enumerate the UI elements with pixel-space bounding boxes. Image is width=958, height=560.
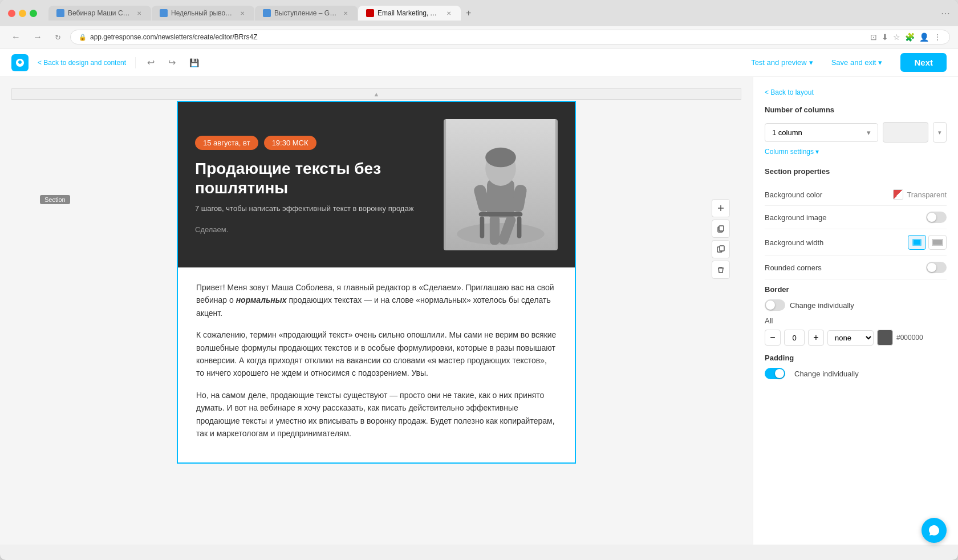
tab-close-2[interactable]: ✕ bbox=[238, 9, 246, 17]
toolbar-separator bbox=[135, 57, 136, 68]
address-bar-row: ← → ↻ 🔒 app.getresponse.com/newsletters/… bbox=[0, 26, 958, 48]
tab-favicon-4 bbox=[366, 9, 374, 17]
chat-fab-button[interactable] bbox=[922, 518, 947, 543]
tab-label-2: Недельный рывок – Google Д... bbox=[171, 9, 235, 17]
svg-rect-23 bbox=[933, 240, 942, 245]
columns-select-row: 1 column ▾ ▾ bbox=[765, 122, 947, 143]
getresponse-logo bbox=[11, 54, 29, 71]
next-button[interactable]: Next bbox=[900, 53, 947, 72]
hero-brand: Сделаем. bbox=[195, 225, 432, 234]
padding-individually-row: Change individually bbox=[765, 368, 947, 379]
back-to-layout-link[interactable]: < Back to layout bbox=[765, 88, 947, 96]
right-panel: < Back to layout Number of columns 1 col… bbox=[753, 77, 958, 545]
back-to-design-link[interactable]: < Back to design and content bbox=[38, 59, 126, 67]
profile-icon: 👤 bbox=[919, 33, 929, 42]
app-toolbar: < Back to design and content ↩ ↪ 💾 Test … bbox=[0, 48, 958, 77]
canvas-toolbar bbox=[712, 199, 730, 279]
address-bar-icons: ⊡ ⬇ ☆ 🧩 👤 ⋮ bbox=[870, 33, 941, 42]
border-value: 0 bbox=[784, 330, 805, 346]
save-draft-button[interactable]: 💾 bbox=[187, 57, 201, 68]
border-controls: − 0 + none solid dashed dotted #000000 bbox=[765, 330, 947, 346]
cast-icon: ⊡ bbox=[870, 33, 877, 42]
traffic-lights bbox=[8, 10, 37, 17]
hero-subtitle: 7 шагов, чтобы написать эффективный текс… bbox=[195, 204, 432, 214]
tab-close-4[interactable]: ✕ bbox=[445, 9, 453, 17]
browser-tab-2[interactable]: Недельный рывок – Google Д... ✕ bbox=[152, 6, 254, 21]
svg-rect-18 bbox=[720, 246, 724, 251]
canvas-area: ▲ Section 15 августа, вт 19:30 МСК Прод bbox=[0, 77, 753, 545]
body-paragraph-2: К сожалению, термин «продающий текст» оч… bbox=[196, 328, 557, 380]
border-individually-toggle[interactable] bbox=[765, 299, 785, 311]
tab-favicon-3 bbox=[263, 9, 271, 17]
test-preview-button[interactable]: Test and preview ▾ bbox=[751, 58, 813, 67]
extensions-icon: 🧩 bbox=[905, 33, 915, 42]
address-text: app.getresponse.com/newsletters/create/e… bbox=[90, 33, 257, 41]
email-canvas: 15 августа, вт 19:30 МСК Продающие текст… bbox=[177, 101, 576, 464]
browser-titlebar: Вебинар Маши Соболевой о... ✕ Недельный … bbox=[0, 0, 958, 26]
new-tab-button[interactable]: + bbox=[461, 6, 476, 21]
tab-close-1[interactable]: ✕ bbox=[135, 9, 143, 17]
num-columns-label: Number of columns bbox=[765, 105, 947, 114]
delete-block-button[interactable] bbox=[712, 261, 730, 279]
bg-image-toggle[interactable] bbox=[926, 212, 947, 223]
redo-button[interactable]: ↪ bbox=[166, 56, 178, 69]
padding-label: Padding bbox=[765, 354, 947, 362]
border-decrement-button[interactable]: − bbox=[765, 330, 781, 346]
background-color-row: Background color Transparent bbox=[765, 184, 947, 206]
column-settings-link[interactable]: Column settings ▾ bbox=[765, 148, 819, 156]
forward-nav-button[interactable]: → bbox=[30, 31, 46, 43]
tab-label-1: Вебинар Маши Соболевой о... bbox=[68, 9, 132, 17]
background-width-row: Background width bbox=[765, 229, 947, 256]
hero-image bbox=[444, 119, 558, 250]
reload-button[interactable]: ↻ bbox=[51, 32, 64, 43]
border-individually-row: Change individually bbox=[765, 299, 947, 311]
save-exit-button[interactable]: Save and exit ▾ bbox=[831, 58, 883, 67]
lock-icon: 🔒 bbox=[79, 34, 87, 41]
tabs-bar: Вебинар Маши Соболевой о... ✕ Недельный … bbox=[48, 6, 935, 21]
border-increment-button[interactable]: + bbox=[808, 330, 824, 346]
column-settings-arrow-icon: ▾ bbox=[815, 148, 819, 156]
border-style-select[interactable]: none solid dashed dotted bbox=[827, 330, 874, 346]
save-exit-label: Save and exit bbox=[831, 58, 876, 67]
collapse-icon: ▲ bbox=[374, 91, 380, 98]
browser-tab-4[interactable]: Email Marketing, Autorespond... ✕ bbox=[358, 6, 461, 21]
bg-width-full-button[interactable] bbox=[928, 235, 947, 250]
svg-rect-10 bbox=[479, 212, 523, 217]
padding-individually-toggle[interactable] bbox=[765, 368, 785, 379]
main-area: ▲ Section 15 августа, вт 19:30 МСК Прод bbox=[0, 77, 958, 545]
address-bar[interactable]: 🔒 app.getresponse.com/newsletters/create… bbox=[70, 30, 950, 44]
hero-tag-time: 19:30 МСК bbox=[264, 136, 316, 150]
columns-dropdown-button[interactable]: ▾ bbox=[933, 122, 947, 143]
columns-select[interactable]: 1 column ▾ bbox=[765, 123, 878, 142]
tab-favicon-1 bbox=[56, 9, 64, 17]
columns-dropdown-arrow: ▾ bbox=[867, 128, 871, 137]
dropdown-arrow-icon: ▾ bbox=[938, 129, 941, 136]
browser-tab-1[interactable]: Вебинар Маши Соболевой о... ✕ bbox=[48, 6, 151, 21]
bg-width-contained-button[interactable] bbox=[908, 235, 926, 250]
svg-rect-12 bbox=[517, 217, 522, 238]
hero-section[interactable]: 15 августа, вт 19:30 МСК Продающие текст… bbox=[178, 102, 575, 267]
duplicate-block-button[interactable] bbox=[712, 240, 730, 258]
browser-tab-3[interactable]: Выступление – Google Доку... ✕ bbox=[255, 6, 358, 21]
bg-color-display[interactable]: Transparent bbox=[893, 189, 947, 200]
rounded-corners-row: Rounded corners bbox=[765, 256, 947, 279]
svg-rect-16 bbox=[719, 226, 724, 231]
back-nav-button[interactable]: ← bbox=[8, 31, 24, 43]
hero-tags: 15 августа, вт 19:30 МСК bbox=[195, 136, 432, 150]
add-block-button[interactable] bbox=[712, 199, 730, 217]
copy-block-button[interactable] bbox=[712, 220, 730, 238]
undo-button[interactable]: ↩ bbox=[145, 56, 157, 69]
columns-preview bbox=[883, 122, 928, 143]
star-icon: ☆ bbox=[893, 33, 900, 42]
svg-rect-11 bbox=[480, 217, 485, 238]
border-color-swatch[interactable] bbox=[877, 330, 893, 346]
collapse-bar[interactable]: ▲ bbox=[11, 88, 741, 100]
minimize-window-button[interactable] bbox=[19, 10, 26, 17]
body-text-section: Привет! Меня зовут Маша Соболева, я глав… bbox=[178, 267, 575, 462]
test-preview-label: Test and preview bbox=[751, 58, 807, 67]
maximize-window-button[interactable] bbox=[30, 10, 37, 17]
tab-close-3[interactable]: ✕ bbox=[342, 9, 350, 17]
bg-color-label: Background color bbox=[765, 190, 822, 199]
rounded-corners-toggle[interactable] bbox=[926, 262, 947, 273]
close-window-button[interactable] bbox=[8, 10, 15, 17]
